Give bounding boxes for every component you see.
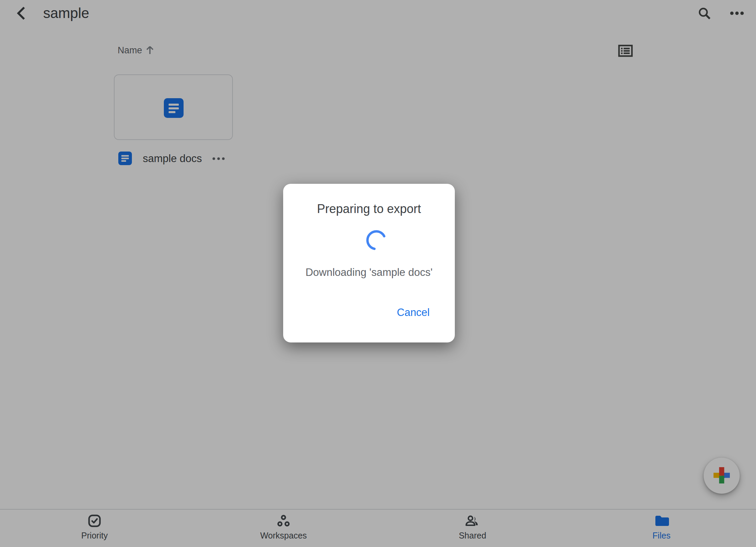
preparing-to-export-dialog: Preparing to export Downloading 'sample … xyxy=(283,184,455,342)
loading-spinner-icon xyxy=(365,229,387,251)
dialog-message: Downloading 'sample docs' xyxy=(283,266,455,279)
cancel-button[interactable]: Cancel xyxy=(394,304,433,321)
dialog-title: Preparing to export xyxy=(283,201,455,216)
